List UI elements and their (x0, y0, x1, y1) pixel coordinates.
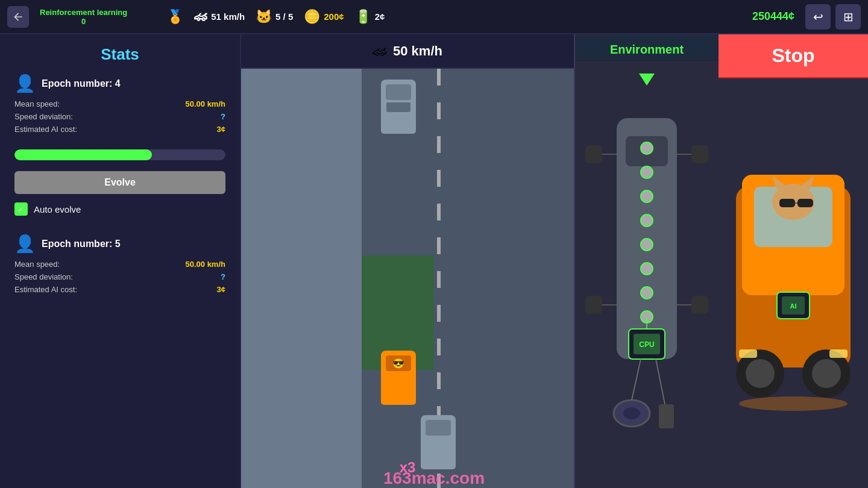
rl-label: Reinforcement learning (40, 8, 127, 17)
total-balance: 250444¢ (752, 10, 794, 23)
game-road: 😎 x3 (241, 69, 574, 488)
env-diagram: CPU (575, 61, 719, 488)
epoch-2-ai-cost-row: Estimated AI cost: 3¢ (14, 285, 225, 294)
cat-progress: 5 / 5 (275, 11, 293, 22)
speedometer-icon: 🏎 (194, 9, 207, 25)
svg-text:AI: AI (790, 302, 797, 310)
cat-icon: 🐱 (256, 9, 272, 25)
stop-panel: Stop (719, 34, 868, 488)
game-speed-icon: 🏎 (373, 43, 387, 60)
car-gray-bottom (421, 415, 456, 469)
epoch-1-ai-cost-row: Estimated AI cost: 3¢ (14, 125, 225, 134)
auto-evolve-row: ✓ Auto evolve (14, 202, 225, 216)
svg-point-9 (641, 287, 653, 299)
svg-marker-0 (639, 74, 655, 86)
action-buttons: ↩ ⊞ (805, 4, 861, 30)
epoch-2-label: Epoch number: 5 (42, 239, 121, 249)
epoch-1-speed-dev-row: Speed deviation: ? (14, 112, 225, 121)
epoch-1-label: Epoch number: 4 (42, 78, 121, 89)
epoch-2-mean-speed-val: 50.00 km/h (186, 260, 226, 269)
stats-title: Stats (14, 45, 225, 64)
svg-rect-35 (779, 199, 795, 207)
svg-rect-17 (659, 404, 674, 428)
energy-stat: 🔋 2¢ (355, 9, 385, 25)
epoch-2-ai-cost-key: Estimated AI cost: (14, 285, 77, 294)
svg-point-6 (641, 214, 653, 227)
svg-point-41 (812, 359, 841, 388)
game-panel: 🏎 50 km/h 😎 (241, 34, 574, 488)
road-shoulder-left (241, 69, 362, 488)
energy-value: 2¢ (375, 11, 385, 22)
car-side-svg: AI (724, 78, 863, 488)
svg-point-4 (641, 166, 653, 178)
svg-text:CPU: CPU (639, 340, 654, 349)
game-speed-label: 50 km/h (393, 43, 442, 59)
undo-button[interactable]: ↩ (805, 4, 831, 30)
coins-stat: 🪙 200¢ (304, 9, 344, 25)
direction-arrow (638, 69, 656, 89)
epoch-1-mean-speed-key: Mean speed: (14, 99, 60, 108)
car-orange: 😎 (381, 351, 416, 405)
rl-num: 0 (40, 17, 127, 26)
award-stat: 🏅 (167, 9, 183, 25)
svg-rect-43 (829, 349, 848, 358)
grid-button[interactable]: ⊞ (835, 4, 861, 30)
epoch-2-icon: 👤 (14, 234, 36, 254)
coin-icon: 🪙 (304, 9, 320, 25)
epoch-2-mean-speed-key: Mean speed: (14, 260, 60, 269)
epoch-1-block: 👤 Epoch number: 4 Mean speed: 50.00 km/h… (14, 74, 225, 134)
epoch-1-ai-cost-key: Estimated AI cost: (14, 125, 77, 134)
epoch-1-icon: 👤 (14, 74, 36, 93)
coins-value: 200¢ (324, 11, 344, 22)
evolve-button[interactable]: Evolve (14, 171, 225, 194)
car-side-display: AI (719, 78, 868, 488)
epoch-1-mean-speed-row: Mean speed: 50.00 km/h (14, 99, 225, 108)
svg-line-19 (656, 359, 665, 404)
svg-rect-36 (797, 199, 813, 207)
svg-point-8 (641, 263, 653, 275)
speed-value: 51 km/h (211, 11, 245, 22)
stats-panel: Stats 👤 Epoch number: 4 Mean speed: 50.0… (0, 34, 241, 488)
epoch-2-ai-cost-val: 3¢ (217, 285, 225, 294)
epoch-1-header: 👤 Epoch number: 4 (14, 74, 225, 93)
main-area: Stats 👤 Epoch number: 4 Mean speed: 50.0… (0, 34, 868, 488)
cat-stat: 🐱 5 / 5 (256, 9, 293, 25)
evolve-progress-bar (14, 149, 225, 160)
svg-rect-26 (585, 296, 602, 314)
nav-back-button[interactable] (7, 6, 29, 28)
epoch-1-ai-cost-val: 3¢ (217, 125, 225, 134)
environment-title: Environment (575, 34, 719, 61)
auto-evolve-label: Auto evolve (34, 204, 81, 214)
epoch-2-speed-dev-val: ? (221, 272, 225, 281)
epoch-2-block: 👤 Epoch number: 5 Mean speed: 50.00 km/h… (14, 234, 225, 294)
svg-point-39 (746, 359, 775, 388)
auto-evolve-checkbox[interactable]: ✓ (14, 202, 28, 216)
epoch-2-header: 👤 Epoch number: 5 (14, 234, 225, 254)
epoch-1-speed-dev-key: Speed deviation: (14, 112, 73, 121)
topbar: Reinforcement learning 0 🏅 🏎 51 km/h 🐱 5… (0, 0, 868, 34)
svg-point-7 (641, 239, 653, 251)
svg-point-16 (623, 407, 640, 419)
epoch-2-mean-speed-row: Mean speed: 50.00 km/h (14, 260, 225, 269)
rl-info: Reinforcement learning 0 (40, 8, 127, 26)
svg-rect-42 (739, 349, 757, 358)
svg-rect-28 (691, 296, 708, 314)
car-gray-top (381, 80, 416, 134)
energy-icon: 🔋 (355, 9, 371, 25)
stop-button[interactable]: Stop (719, 34, 868, 78)
svg-point-5 (641, 190, 653, 202)
neural-car-diagram: CPU (580, 94, 713, 455)
evolve-progress-fill (14, 149, 152, 160)
epoch-1-speed-dev-val: ? (221, 112, 225, 121)
svg-rect-25 (585, 145, 602, 163)
award-icon: 🏅 (167, 9, 183, 25)
svg-point-44 (739, 396, 848, 411)
svg-point-3 (641, 142, 653, 154)
multiplier-badge: x3 (400, 459, 416, 476)
epoch-2-speed-dev-key: Speed deviation: (14, 272, 73, 281)
epoch-1-mean-speed-val: 50.00 km/h (186, 99, 226, 108)
game-speed-bar: 🏎 50 km/h (241, 34, 574, 69)
svg-rect-27 (691, 145, 708, 163)
svg-line-18 (632, 359, 641, 400)
epoch-2-speed-dev-row: Speed deviation: ? (14, 272, 225, 281)
